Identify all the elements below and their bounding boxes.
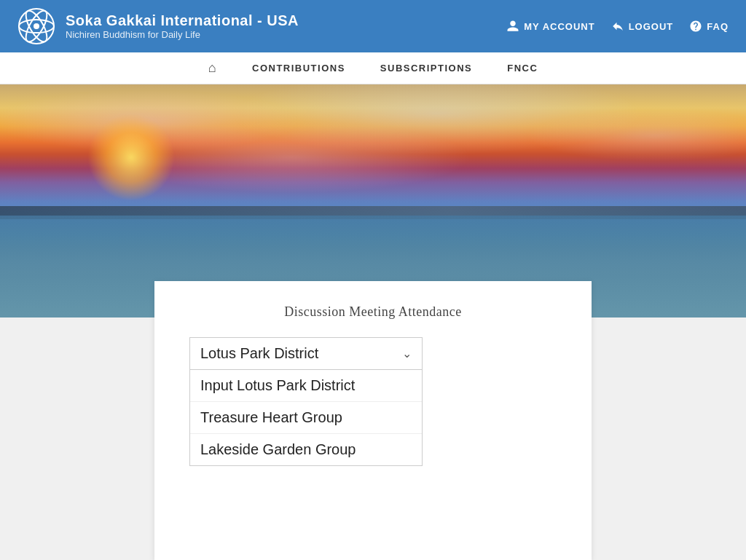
- logout-icon: [611, 20, 624, 33]
- dropdown-menu: Input Lotus Park District Treasure Heart…: [189, 370, 423, 466]
- org-subtitle: Nichiren Buddhism for Daily Life: [66, 29, 299, 40]
- account-icon: [506, 20, 519, 33]
- svg-point-4: [34, 23, 39, 29]
- header-actions: MY ACCOUNT LOGOUT FAQ: [506, 20, 729, 33]
- chevron-down-icon: ⌄: [402, 347, 412, 360]
- main-nav: ⌂ CONTRIBUTIONS SUBSCRIPTIONS FNCC: [0, 52, 746, 84]
- org-logo-icon: [17, 7, 55, 45]
- content-area: Discussion Meeting Attendance Lotus Park…: [0, 318, 746, 560]
- page-title: Discussion Meeting Attendance: [189, 304, 557, 320]
- faq-link[interactable]: FAQ: [689, 20, 729, 33]
- dropdown-selected-label: Lotus Park District: [200, 345, 318, 362]
- dropdown-selected[interactable]: Lotus Park District ⌄: [189, 337, 423, 370]
- district-dropdown-container[interactable]: Lotus Park District ⌄ Input Lotus Park D…: [189, 337, 423, 370]
- org-title-block: Soka Gakkai International - USA Nichiren…: [66, 12, 299, 40]
- logout-link[interactable]: LOGOUT: [611, 20, 674, 33]
- dropdown-option-1[interactable]: Treasure Heart Group: [190, 402, 422, 434]
- dropdown-option-2[interactable]: Lakeside Garden Group: [190, 434, 422, 465]
- nav-subscriptions[interactable]: SUBSCRIPTIONS: [380, 63, 472, 74]
- faq-icon: [689, 20, 702, 33]
- nav-home[interactable]: ⌂: [208, 60, 217, 76]
- site-header: Soka Gakkai International - USA Nichiren…: [0, 0, 746, 52]
- dropdown-option-0[interactable]: Input Lotus Park District: [190, 370, 422, 402]
- org-name: Soka Gakkai International - USA: [66, 12, 299, 29]
- header-brand: Soka Gakkai International - USA Nichiren…: [17, 7, 299, 45]
- hero-sun: [87, 114, 175, 201]
- attendance-card: Discussion Meeting Attendance Lotus Park…: [154, 281, 592, 560]
- nav-contributions[interactable]: CONTRIBUTIONS: [252, 63, 345, 74]
- nav-fncc[interactable]: FNCC: [507, 63, 538, 74]
- my-account-link[interactable]: MY ACCOUNT: [506, 20, 594, 33]
